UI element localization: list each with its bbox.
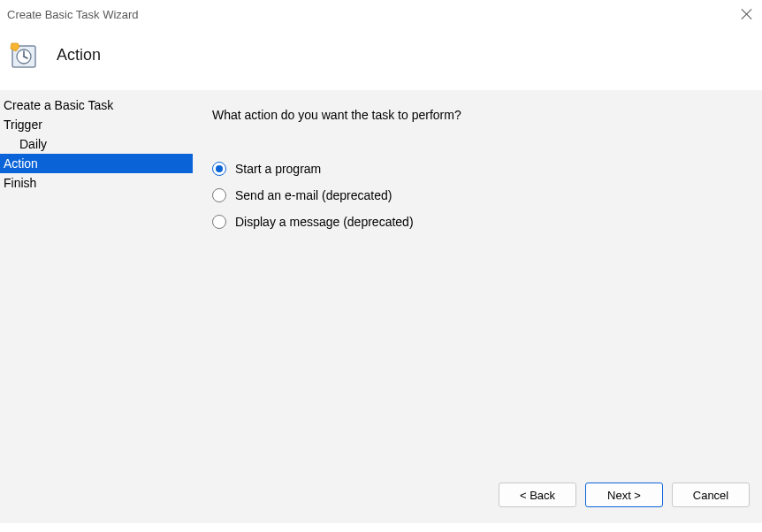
step-trigger[interactable]: Trigger [0, 115, 193, 134]
radio-icon [212, 215, 226, 229]
titlebar: Create Basic Task Wizard [0, 0, 762, 28]
radio-icon [212, 162, 226, 176]
next-button[interactable]: Next > [585, 483, 663, 507]
option-label: Send an e-mail (deprecated) [235, 188, 392, 202]
option-label: Display a message (deprecated) [235, 215, 414, 229]
wizard-header: Action [0, 28, 762, 90]
cancel-button[interactable]: Cancel [672, 483, 750, 507]
close-icon[interactable] [741, 8, 753, 20]
option-label: Start a program [235, 162, 321, 176]
option-display-message[interactable]: Display a message (deprecated) [212, 215, 744, 229]
option-send-email[interactable]: Send an e-mail (deprecated) [212, 188, 744, 202]
back-button[interactable]: < Back [499, 483, 576, 507]
radio-icon [212, 188, 226, 202]
step-finish[interactable]: Finish [0, 173, 193, 193]
wizard-footer: < Back Next > Cancel [0, 472, 762, 523]
wizard-main: What action do you want the task to perf… [193, 90, 762, 472]
wizard-steps-sidebar: Create a Basic Task Trigger Daily Action… [0, 90, 193, 472]
page-title: Action [57, 46, 101, 65]
step-daily[interactable]: Daily [0, 134, 193, 154]
option-start-program[interactable]: Start a program [212, 162, 744, 176]
step-create-basic-task[interactable]: Create a Basic Task [0, 95, 193, 115]
window-title: Create Basic Task Wizard [7, 8, 139, 21]
wizard-body: Create a Basic Task Trigger Daily Action… [0, 90, 762, 472]
task-scheduler-icon [9, 41, 37, 69]
action-prompt: What action do you want the task to perf… [212, 108, 744, 122]
step-action[interactable]: Action [0, 154, 193, 173]
